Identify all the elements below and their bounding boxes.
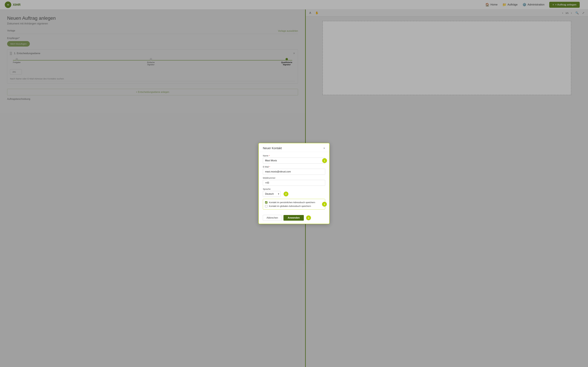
- email-field-group: E-Mail *: [263, 166, 325, 175]
- name-input-wrapper: 1: [263, 158, 325, 164]
- abbrechen-button[interactable]: Abbrechen: [263, 215, 282, 221]
- name-label: Name *: [263, 155, 325, 157]
- email-required: *: [269, 166, 270, 168]
- mobile-field-group: Mobilnummer: [263, 177, 325, 186]
- email-input[interactable]: [263, 169, 325, 175]
- modal-footer: Abbrechen Anwenden 4: [259, 213, 329, 224]
- modal-title: Neuer Kontakt: [263, 147, 282, 150]
- modal-close-button[interactable]: ×: [323, 147, 325, 150]
- anwenden-badge: 4: [306, 216, 311, 220]
- global-adressbuch-checkbox[interactable]: [265, 205, 267, 207]
- global-adressbuch-row: Kontakt im globalen Adressbuch speichern: [265, 204, 323, 208]
- checkboxes-badge: 3: [322, 202, 327, 207]
- address-book-checkboxes: Kontakt im persönlichen Adressbuch speic…: [263, 199, 325, 209]
- sprache-badge: 2: [284, 192, 288, 196]
- abbrechen-label: Abbrechen: [266, 217, 278, 219]
- close-icon: ×: [323, 146, 325, 150]
- mobile-input[interactable]: [263, 180, 325, 186]
- global-adressbuch-label: Kontakt im globalen Adressbuch speichern: [269, 205, 311, 207]
- personal-adressbuch-checkbox[interactable]: [265, 201, 267, 204]
- name-input[interactable]: [263, 158, 325, 164]
- neuer-kontakt-modal: Neuer Kontakt × Name * 1 E-Mail: [258, 143, 330, 224]
- name-required: *: [269, 155, 270, 157]
- modal-overlay: Neuer Kontakt × Name * 1 E-Mail: [0, 0, 588, 367]
- sprache-select[interactable]: Deutsch English Français Español: [263, 191, 281, 197]
- modal-header: Neuer Kontakt ×: [259, 143, 329, 152]
- name-badge: 1: [322, 158, 327, 163]
- anwenden-label: Anwenden: [288, 217, 300, 219]
- email-label: E-Mail *: [263, 166, 325, 168]
- name-field-group: Name * 1: [263, 155, 325, 164]
- personal-adressbuch-label: Kontakt im persönlichen Adressbuch speic…: [269, 201, 315, 204]
- sprache-select-wrapper: Deutsch English Français Español ▾: [263, 191, 281, 197]
- anwenden-button[interactable]: Anwenden: [283, 215, 304, 221]
- sprache-field-group: Sprache Deutsch English Français Español…: [263, 188, 325, 197]
- personal-adressbuch-row: Kontakt im persönlichen Adressbuch speic…: [265, 200, 323, 204]
- mobile-label: Mobilnummer: [263, 177, 325, 179]
- modal-body: Name * 1 E-Mail * Mobilnummer: [259, 152, 329, 213]
- sprache-label: Sprache: [263, 188, 325, 190]
